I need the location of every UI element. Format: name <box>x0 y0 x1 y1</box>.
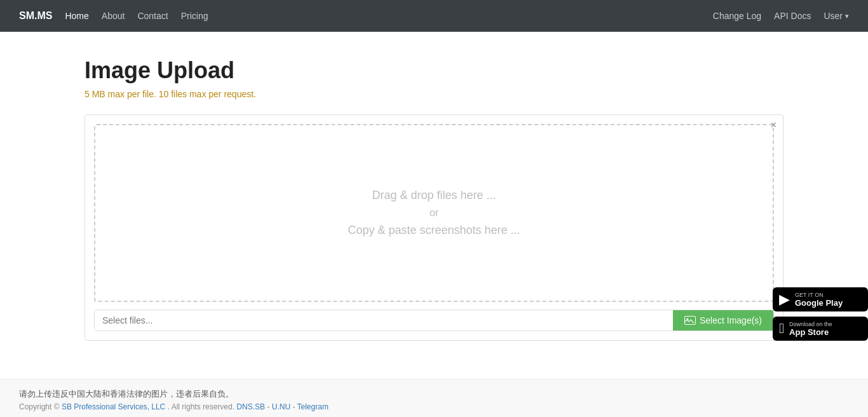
app-store-main: App Store <box>789 327 832 337</box>
footer-link-unu[interactable]: U.NU <box>272 402 290 411</box>
upload-panel: × Drag & drop files here ... or Copy & p… <box>85 114 783 341</box>
navbar-right: Change Log API Docs User <box>713 11 849 21</box>
nav-contact[interactable]: Contact <box>137 11 168 21</box>
google-play-top: GET IT ON <box>795 292 843 298</box>
image-icon <box>684 316 696 325</box>
copyright-prefix: Copyright © <box>19 402 62 411</box>
footer-link-sbpro[interactable]: SB Professional Services, LLC <box>62 402 165 411</box>
select-images-button[interactable]: Select Image(s) <box>673 310 773 331</box>
footer-warning: 请勿上传违反中国大陆和香港法律的图片，违者后果自负。 <box>19 388 849 400</box>
nav-changelog[interactable]: Change Log <box>713 11 761 21</box>
copyright-middle: . All rights reserved. <box>168 402 237 411</box>
nav-pricing[interactable]: Pricing <box>181 11 208 21</box>
footer-copyright: Copyright © SB Professional Services, LL… <box>19 402 849 411</box>
nav-apidocs[interactable]: API Docs <box>774 11 811 21</box>
copyright-dash1: - <box>267 402 271 411</box>
close-button[interactable]: × <box>771 120 776 130</box>
nav-about[interactable]: About <box>102 11 125 21</box>
page-title: Image Upload <box>85 57 783 84</box>
app-store-badge[interactable]:  Download on the App Store <box>773 317 868 341</box>
main-content: Image Upload 5 MB max per file. 10 files… <box>72 32 796 379</box>
google-play-icon: ▶ <box>779 291 790 308</box>
footer-link-dns[interactable]: DNS.SB <box>236 402 265 411</box>
google-play-main: Google Play <box>795 298 843 308</box>
apple-icon:  <box>779 320 784 337</box>
store-badges: ▶ GET IT ON Google Play  Download on th… <box>773 287 868 341</box>
google-play-badge[interactable]: ▶ GET IT ON Google Play <box>773 287 868 311</box>
file-input-display[interactable] <box>95 310 673 331</box>
app-store-top: Download on the <box>789 321 832 327</box>
select-btn-label: Select Image(s) <box>700 315 762 325</box>
file-input-row: Select Image(s) <box>94 310 774 331</box>
dropzone[interactable]: Drag & drop files here ... or Copy & pas… <box>94 124 774 302</box>
footer: 请勿上传违反中国大陆和香港法律的图片，违者后果自负。 Copyright © S… <box>0 379 868 417</box>
dropzone-line2: Copy & paste screenshots here ... <box>348 224 520 237</box>
dropzone-or: or <box>430 207 438 219</box>
nav-user-menu[interactable]: User <box>824 11 849 21</box>
nav-home[interactable]: Home <box>65 11 88 21</box>
brand-logo[interactable]: SM.MS <box>19 10 52 22</box>
footer-link-telegram[interactable]: Telegram <box>297 402 329 411</box>
navbar: SM.MS Home About Contact Pricing Change … <box>0 0 868 32</box>
upload-subtitle: 5 MB max per file. 10 files max per requ… <box>85 89 783 99</box>
copyright-sep: - <box>292 402 297 411</box>
dropzone-line1: Drag & drop files here ... <box>372 189 496 202</box>
navbar-left: SM.MS Home About Contact Pricing <box>19 10 208 22</box>
